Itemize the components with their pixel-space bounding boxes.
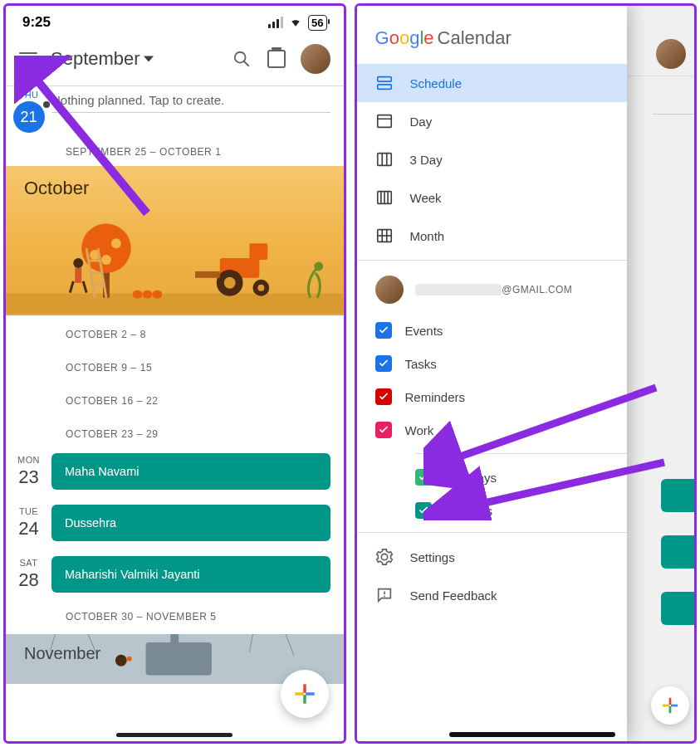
google-logo: Google <box>375 27 434 48</box>
status-time: 9:25 <box>22 14 51 31</box>
menu-button[interactable] <box>19 52 37 66</box>
view-week[interactable]: Week <box>357 178 627 217</box>
view-month[interactable]: Month <box>357 217 627 255</box>
calendar-toggle[interactable]: Birthdays <box>357 461 627 494</box>
event-daynum: 28 <box>6 569 51 591</box>
calendar-toggle[interactable]: Events <box>357 314 627 347</box>
settings-item[interactable]: Settings <box>357 538 627 576</box>
view-label: Week <box>410 191 442 205</box>
schedule-list[interactable]: THU 21 Nothing planned. Tap to create. S… <box>6 86 344 741</box>
event-chip[interactable]: Dussehra <box>51 505 330 541</box>
week-label: OCTOBER 2 – 8 <box>6 315 344 349</box>
create-fab[interactable] <box>281 670 329 718</box>
checkbox-icon <box>375 422 392 438</box>
svg-rect-38 <box>295 692 304 696</box>
svg-point-27 <box>316 263 322 270</box>
feedback-item[interactable]: Send Feedback <box>357 576 627 614</box>
svg-point-23 <box>224 277 236 289</box>
feedback-label: Send Feedback <box>410 588 497 603</box>
signal-icon <box>268 17 283 28</box>
event-row[interactable]: SAT 28 Maharishi Valmiki Jayanti <box>6 551 344 598</box>
today-dow: THU <box>6 90 51 100</box>
divider <box>415 453 627 454</box>
phone-left: 9:25 56 September THU 21 Nothing planned… <box>3 3 346 744</box>
view-label: Schedule <box>410 76 463 90</box>
search-icon <box>233 50 251 68</box>
calendar-label: Holidays <box>445 504 493 518</box>
svg-line-1 <box>243 61 248 66</box>
event-chip[interactable]: Maharishi Valmiki Jayanti <box>51 556 330 593</box>
svg-point-25 <box>257 285 264 291</box>
week-label: OCTOBER 30 – NOVEMBER 5 <box>6 598 344 631</box>
svg-rect-37 <box>303 695 306 704</box>
account-row[interactable]: XXXXXXXXXXXX@GMAIL.COM <box>357 266 627 314</box>
svg-rect-46 <box>377 85 391 90</box>
svg-rect-43 <box>663 705 669 707</box>
view-label: Day <box>410 115 433 129</box>
view-schedule[interactable]: Schedule <box>357 64 627 102</box>
calendar-label: Birthdays <box>445 471 497 485</box>
view-icon <box>375 74 394 92</box>
svg-rect-36 <box>303 684 306 693</box>
calendar-label: Events <box>405 324 443 338</box>
checkbox-icon <box>415 502 432 519</box>
svg-point-18 <box>143 290 153 299</box>
svg-rect-42 <box>669 706 672 713</box>
svg-point-6 <box>111 238 121 248</box>
svg-line-10 <box>70 281 73 293</box>
calendar-toggle[interactable]: Reminders <box>357 380 627 413</box>
svg-point-17 <box>133 290 143 299</box>
create-fab-peek <box>651 686 689 725</box>
checkbox-icon <box>375 355 392 372</box>
event-dow: MON <box>6 455 51 465</box>
svg-point-7 <box>101 255 111 265</box>
settings-label: Settings <box>410 550 455 564</box>
drawer-header: GoogleCalendar <box>357 6 627 64</box>
phone-right: GoogleCalendar ScheduleDay3 DayWeekMonth… <box>355 3 698 744</box>
calendar-toggle[interactable]: Tasks <box>357 347 627 380</box>
account-avatar-peek <box>656 39 686 69</box>
event-dow: TUE <box>6 506 51 516</box>
home-indicator <box>116 733 233 737</box>
event-row[interactable]: TUE 24 Dussehra <box>6 500 344 546</box>
svg-rect-44 <box>671 705 678 707</box>
app-name: Calendar <box>438 27 512 48</box>
month-label: September <box>51 48 140 70</box>
svg-rect-41 <box>669 698 672 705</box>
view-day[interactable]: Day <box>357 102 627 140</box>
calendar-toggle[interactable]: Holidays <box>357 494 627 527</box>
svg-rect-39 <box>306 692 315 696</box>
account-email: XXXXXXXXXXXX@GMAIL.COM <box>415 284 573 295</box>
divider <box>357 532 627 533</box>
event-daynum: 24 <box>6 518 51 540</box>
search-button[interactable] <box>231 48 252 70</box>
svg-rect-45 <box>377 77 391 82</box>
svg-point-31 <box>127 657 132 662</box>
today-button[interactable] <box>266 48 287 70</box>
account-avatar[interactable] <box>301 44 330 74</box>
calendar-label: Work <box>405 423 434 437</box>
event-daynum: 23 <box>6 466 51 488</box>
today-daynum: 21 <box>13 101 45 133</box>
checkbox-icon <box>375 322 392 339</box>
svg-point-30 <box>115 655 127 666</box>
status-bar: 9:25 56 <box>6 6 344 36</box>
view-icon <box>375 112 394 130</box>
month-picker[interactable]: September <box>51 48 218 70</box>
svg-point-19 <box>152 290 162 299</box>
calendar-header: September <box>6 36 344 86</box>
nothing-planned[interactable]: Nothing planned. Tap to create. <box>51 93 330 113</box>
event-chip[interactable]: Maha Navami <box>51 453 330 490</box>
calendar-toggle[interactable]: Work <box>357 413 627 447</box>
plus-icon <box>661 696 679 715</box>
feedback-icon <box>375 586 394 604</box>
svg-rect-26 <box>195 271 220 278</box>
today-row: THU 21 Nothing planned. Tap to create. <box>6 86 344 133</box>
october-banner: October <box>6 166 344 315</box>
week-label: OCTOBER 16 – 22 <box>6 382 344 415</box>
svg-line-34 <box>249 634 252 652</box>
event-row[interactable]: MON 23 Maha Navami <box>6 448 344 495</box>
view-3day[interactable]: 3 Day <box>357 140 627 178</box>
week-label: SEPTEMBER 25 – OCTOBER 1 <box>6 133 344 166</box>
svg-rect-29 <box>170 634 179 644</box>
